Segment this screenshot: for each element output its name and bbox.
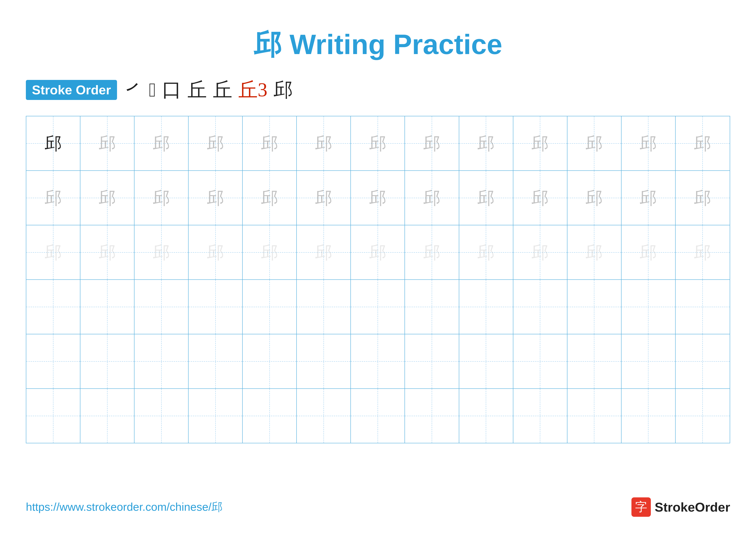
cell-2-6[interactable]: 邱 bbox=[297, 171, 351, 225]
cell-4-7[interactable] bbox=[351, 280, 405, 334]
cell-6-4[interactable] bbox=[189, 389, 243, 443]
cell-1-7[interactable]: 邱 bbox=[351, 116, 405, 170]
cell-2-12[interactable]: 邱 bbox=[622, 171, 676, 225]
cell-3-9[interactable]: 邱 bbox=[459, 225, 513, 279]
cell-5-9[interactable] bbox=[459, 334, 513, 388]
cell-4-10[interactable] bbox=[513, 280, 567, 334]
cell-1-3[interactable]: 邱 bbox=[134, 116, 189, 170]
char-faded: 邱 bbox=[640, 189, 657, 207]
stroke-2: 𠃌 bbox=[149, 79, 156, 101]
cell-3-13[interactable]: 邱 bbox=[676, 225, 730, 279]
cell-5-11[interactable] bbox=[567, 334, 622, 388]
cell-6-12[interactable] bbox=[622, 389, 676, 443]
cell-2-2[interactable]: 邱 bbox=[80, 171, 134, 225]
cell-2-1[interactable]: 邱 bbox=[26, 171, 80, 225]
cell-6-6[interactable] bbox=[297, 389, 351, 443]
cell-5-13[interactable] bbox=[676, 334, 730, 388]
cell-1-13[interactable]: 邱 bbox=[676, 116, 730, 170]
cell-1-2[interactable]: 邱 bbox=[80, 116, 134, 170]
cell-2-3[interactable]: 邱 bbox=[134, 171, 189, 225]
cell-2-8[interactable]: 邱 bbox=[405, 171, 459, 225]
cell-6-7[interactable] bbox=[351, 389, 405, 443]
cell-5-12[interactable] bbox=[622, 334, 676, 388]
cell-4-2[interactable] bbox=[80, 280, 134, 334]
cell-1-9[interactable]: 邱 bbox=[459, 116, 513, 170]
cell-3-8[interactable]: 邱 bbox=[405, 225, 459, 279]
cell-4-8[interactable] bbox=[405, 280, 459, 334]
cell-3-2[interactable]: 邱 bbox=[80, 225, 134, 279]
cell-1-4[interactable]: 邱 bbox=[189, 116, 243, 170]
cell-1-12[interactable]: 邱 bbox=[622, 116, 676, 170]
cell-2-5[interactable]: 邱 bbox=[243, 171, 297, 225]
stroke-1: ㇒ bbox=[123, 77, 143, 103]
cell-2-13[interactable]: 邱 bbox=[676, 171, 730, 225]
cell-2-9[interactable]: 邱 bbox=[459, 171, 513, 225]
char-faded: 邱 bbox=[207, 135, 224, 152]
cell-1-10[interactable]: 邱 bbox=[513, 116, 567, 170]
page-title: 邱 Writing Practice bbox=[26, 26, 730, 64]
cell-6-11[interactable] bbox=[567, 389, 622, 443]
cell-5-10[interactable] bbox=[513, 334, 567, 388]
cell-6-3[interactable] bbox=[134, 389, 189, 443]
cell-2-4[interactable]: 邱 bbox=[189, 171, 243, 225]
char-faded: 邱 bbox=[640, 135, 657, 152]
cell-4-6[interactable] bbox=[297, 280, 351, 334]
cell-2-11[interactable]: 邱 bbox=[567, 171, 622, 225]
cell-6-9[interactable] bbox=[459, 389, 513, 443]
cell-6-10[interactable] bbox=[513, 389, 567, 443]
cell-2-10[interactable]: 邱 bbox=[513, 171, 567, 225]
cell-6-2[interactable] bbox=[80, 389, 134, 443]
stroke-order-badge: Stroke Order bbox=[26, 80, 117, 100]
cell-4-4[interactable] bbox=[189, 280, 243, 334]
cell-6-13[interactable] bbox=[676, 389, 730, 443]
cell-4-3[interactable] bbox=[134, 280, 189, 334]
strokeorder-icon: 字 bbox=[632, 497, 651, 517]
cell-3-10[interactable]: 邱 bbox=[513, 225, 567, 279]
cell-6-8[interactable] bbox=[405, 389, 459, 443]
cell-5-5[interactable] bbox=[243, 334, 297, 388]
cell-4-12[interactable] bbox=[622, 280, 676, 334]
cell-6-1[interactable] bbox=[26, 389, 80, 443]
grid-row-6 bbox=[26, 389, 730, 443]
cell-3-7[interactable]: 邱 bbox=[351, 225, 405, 279]
char-faded: 邱 bbox=[423, 189, 441, 207]
grid-row-4 bbox=[26, 280, 730, 334]
cell-5-4[interactable] bbox=[189, 334, 243, 388]
cell-3-12[interactable]: 邱 bbox=[622, 225, 676, 279]
char-faded: 邱 bbox=[99, 135, 116, 152]
cell-5-6[interactable] bbox=[297, 334, 351, 388]
cell-5-2[interactable] bbox=[80, 334, 134, 388]
cell-4-9[interactable] bbox=[459, 280, 513, 334]
cell-1-11[interactable]: 邱 bbox=[567, 116, 622, 170]
cell-3-4[interactable]: 邱 bbox=[189, 225, 243, 279]
cell-4-11[interactable] bbox=[567, 280, 622, 334]
char-faded: 邱 bbox=[531, 189, 549, 207]
cell-3-11[interactable]: 邱 bbox=[567, 225, 622, 279]
cell-1-5[interactable]: 邱 bbox=[243, 116, 297, 170]
char-faded: 邱 bbox=[99, 189, 116, 207]
cell-3-1[interactable]: 邱 bbox=[26, 225, 80, 279]
cell-3-5[interactable]: 邱 bbox=[243, 225, 297, 279]
cell-5-3[interactable] bbox=[134, 334, 189, 388]
grid-row-5 bbox=[26, 334, 730, 389]
char-faded-light: 邱 bbox=[640, 244, 657, 261]
cell-4-1[interactable] bbox=[26, 280, 80, 334]
cell-2-7[interactable]: 邱 bbox=[351, 171, 405, 225]
cell-3-3[interactable]: 邱 bbox=[134, 225, 189, 279]
cell-3-6[interactable]: 邱 bbox=[297, 225, 351, 279]
cell-5-1[interactable] bbox=[26, 334, 80, 388]
stroke-sequence: ㇒ 𠃌 ⼝ 丘 丘 丘3 邱 bbox=[123, 77, 293, 103]
cell-4-5[interactable] bbox=[243, 280, 297, 334]
cell-1-8[interactable]: 邱 bbox=[405, 116, 459, 170]
char-faded: 邱 bbox=[477, 135, 495, 152]
char-faded-light: 邱 bbox=[694, 244, 711, 261]
cell-1-6[interactable]: 邱 bbox=[297, 116, 351, 170]
cell-6-5[interactable] bbox=[243, 389, 297, 443]
char-faded: 邱 bbox=[207, 189, 224, 207]
cell-4-13[interactable] bbox=[676, 280, 730, 334]
char-faded: 邱 bbox=[531, 135, 549, 152]
cell-5-8[interactable] bbox=[405, 334, 459, 388]
cell-1-1[interactable]: 邱 bbox=[26, 116, 80, 170]
cell-5-7[interactable] bbox=[351, 334, 405, 388]
stroke-4: 丘 bbox=[187, 77, 207, 103]
